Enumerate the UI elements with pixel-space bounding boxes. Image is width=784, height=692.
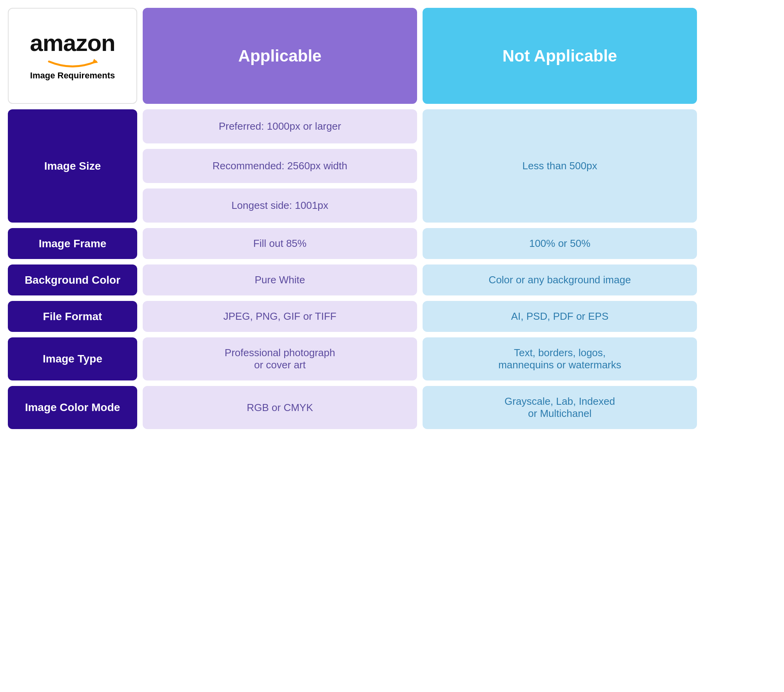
file-format-not-applicable-text: AI, PSD, PDF or EPS <box>511 310 609 322</box>
image-size-applicable-text-2: Recommended: 2560px width <box>212 160 347 172</box>
image-frame-not-applicable-text: 100% or 50% <box>529 237 590 250</box>
not-applicable-header-label: Not Applicable <box>503 47 617 65</box>
row-label-image-type: Image Type <box>8 337 137 380</box>
background-color-not-applicable-text: Color or any background image <box>489 274 631 286</box>
logo-subtitle: Image Requirements <box>30 71 115 81</box>
image-size-applicable-text-3: Longest side: 1001px <box>231 199 328 212</box>
image-type-not-applicable-text: Text, borders, logos, mannequins or wate… <box>498 347 621 371</box>
header-applicable-cell: Applicable <box>143 8 417 104</box>
image-size-applicable-2: Recommended: 2560px width <box>143 149 417 183</box>
background-color-not-applicable: Color or any background image <box>423 264 697 295</box>
row-label-background-color: Background Color <box>8 264 137 295</box>
background-color-label: Background Color <box>25 274 120 286</box>
image-type-applicable-text: Professional photograph or cover art <box>225 347 335 371</box>
image-size-applicable-text-1: Preferred: 1000px or larger <box>219 120 341 132</box>
image-frame-not-applicable: 100% or 50% <box>423 228 697 259</box>
logo-cell: amazon Image Requirements <box>8 8 137 104</box>
image-frame-applicable: Fill out 85% <box>143 228 417 259</box>
row-label-file-format: File Format <box>8 301 137 332</box>
amazon-logo-text: amazon <box>30 31 115 55</box>
background-color-applicable: Pure White <box>143 264 417 295</box>
file-format-not-applicable: AI, PSD, PDF or EPS <box>423 301 697 332</box>
image-color-mode-applicable: RGB or CMYK <box>143 386 417 429</box>
image-color-mode-label: Image Color Mode <box>25 401 120 414</box>
table-container: amazon Image Requirements Applicable Not… <box>0 0 784 437</box>
applicable-header-label: Applicable <box>238 47 321 65</box>
image-color-mode-not-applicable: Grayscale, Lab, Indexed or Multichanel <box>423 386 697 429</box>
row-label-image-size: Image Size <box>8 109 137 223</box>
amazon-arrow-icon <box>45 56 100 67</box>
row-label-image-frame: Image Frame <box>8 228 137 259</box>
background-color-applicable-text: Pure White <box>255 274 305 286</box>
image-type-label: Image Type <box>43 353 102 365</box>
image-size-label: Image Size <box>44 160 101 172</box>
svg-marker-0 <box>92 59 98 63</box>
image-color-mode-applicable-text: RGB or CMYK <box>247 402 313 414</box>
image-size-not-applicable: Less than 500px <box>423 109 697 223</box>
image-type-applicable: Professional photograph or cover art <box>143 337 417 380</box>
image-size-not-applicable-text: Less than 500px <box>523 160 597 172</box>
file-format-applicable-text: JPEG, PNG, GIF or TIFF <box>223 310 336 322</box>
image-frame-label: Image Frame <box>39 237 107 250</box>
image-color-mode-not-applicable-text: Grayscale, Lab, Indexed or Multichanel <box>505 395 615 420</box>
image-frame-applicable-text: Fill out 85% <box>253 237 307 250</box>
image-type-not-applicable: Text, borders, logos, mannequins or wate… <box>423 337 697 380</box>
file-format-applicable: JPEG, PNG, GIF or TIFF <box>143 301 417 332</box>
file-format-label: File Format <box>43 310 102 323</box>
image-size-applicable-1: Preferred: 1000px or larger <box>143 109 417 143</box>
header-not-applicable-cell: Not Applicable <box>423 8 697 104</box>
row-label-image-color-mode: Image Color Mode <box>8 386 137 429</box>
main-grid: amazon Image Requirements Applicable Not… <box>8 8 776 429</box>
image-size-applicable-3: Longest side: 1001px <box>143 188 417 223</box>
